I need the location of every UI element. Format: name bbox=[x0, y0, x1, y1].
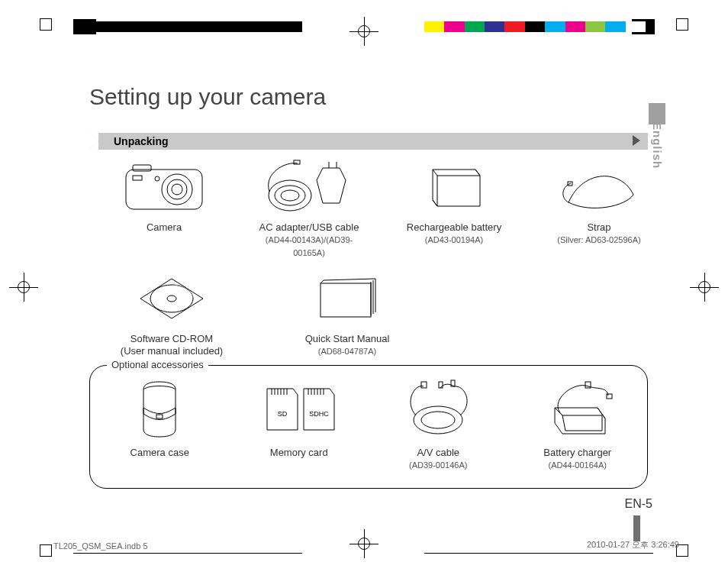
item-manual: Quick Start Manual (AD68-04787A) bbox=[282, 269, 412, 370]
battery-charger-icon bbox=[532, 376, 623, 442]
item-strap: Strap (Silver: AD63-02596A) bbox=[542, 157, 656, 259]
print-bar bbox=[646, 21, 655, 32]
item-label: Camera case bbox=[130, 447, 189, 459]
sdhc-label: SDHC bbox=[309, 410, 329, 418]
section-heading: Unpacking bbox=[114, 135, 169, 147]
ac-adapter-icon bbox=[263, 157, 355, 217]
triangle-right-icon bbox=[633, 135, 640, 146]
color-swatch bbox=[626, 21, 646, 32]
optional-heading: Optional accessories bbox=[107, 359, 208, 370]
color-swatch bbox=[444, 21, 464, 32]
print-bar bbox=[73, 21, 302, 32]
registration-mark bbox=[40, 544, 52, 557]
color-swatch bbox=[565, 21, 585, 32]
svg-point-3 bbox=[167, 179, 187, 199]
color-swatch bbox=[585, 21, 605, 32]
color-swatch bbox=[465, 21, 485, 32]
crosshair-icon bbox=[9, 273, 38, 302]
svg-line-27 bbox=[324, 279, 375, 280]
memory-card-icon: SD SDHC bbox=[253, 376, 345, 442]
svg-line-13 bbox=[475, 170, 480, 176]
optional-accessories-box: Optional accessories Camera case bbox=[89, 365, 648, 489]
manual-icon bbox=[313, 269, 382, 328]
banner-body: Unpacking bbox=[98, 133, 648, 150]
item-label: A/V cable (AD39-00146A) bbox=[409, 447, 467, 472]
item-label: Strap (Silver: AD63-02596A) bbox=[557, 221, 640, 247]
item-label: Quick Start Manual (AD68-04787A) bbox=[305, 333, 390, 358]
crosshair-icon bbox=[350, 529, 378, 558]
svg-point-42 bbox=[421, 412, 455, 428]
footer-file-info: TL205_QSM_SEA.indb 5 bbox=[53, 541, 148, 551]
svg-point-4 bbox=[172, 184, 182, 195]
svg-point-9 bbox=[281, 190, 299, 201]
svg-point-6 bbox=[155, 176, 159, 181]
color-swatch bbox=[504, 21, 524, 32]
unpacking-row-2: Software CD-ROM (User manual included) (… bbox=[107, 269, 412, 370]
camera-icon bbox=[122, 157, 206, 217]
color-swatch bbox=[605, 21, 625, 32]
av-cable-icon bbox=[396, 376, 480, 442]
svg-line-46 bbox=[598, 408, 605, 418]
svg-line-15 bbox=[433, 170, 437, 176]
svg-point-2 bbox=[162, 174, 192, 205]
item-label: AC adapter/USB cable (AD44-00143A)/(AD39… bbox=[252, 221, 366, 259]
section-banner: Unpacking bbox=[89, 133, 648, 150]
item-label: Camera bbox=[147, 221, 182, 234]
sd-label: SD bbox=[277, 410, 287, 418]
item-memory-card: SD SDHC Memory card bbox=[230, 376, 369, 472]
item-camera-case: Camera case bbox=[90, 376, 230, 472]
svg-line-26 bbox=[321, 280, 324, 283]
crosshair-icon bbox=[690, 273, 719, 302]
page-title: Setting up your camera bbox=[89, 84, 326, 110]
item-battery: Rechargeable battery (AD43-00194A) bbox=[397, 157, 511, 259]
item-cdrom: Software CD-ROM (User manual included) (… bbox=[107, 269, 237, 370]
crosshair-icon bbox=[350, 17, 378, 46]
color-calibration-bar bbox=[424, 21, 646, 32]
footer-timestamp: 2010-01-27 오후 3:26:49 bbox=[587, 539, 679, 551]
color-swatch bbox=[525, 21, 545, 32]
svg-rect-1 bbox=[133, 165, 151, 171]
svg-line-14 bbox=[433, 200, 437, 206]
svg-rect-28 bbox=[156, 415, 163, 418]
svg-rect-48 bbox=[607, 394, 612, 399]
page-number: EN-5 bbox=[625, 497, 652, 511]
item-label: Memory card bbox=[270, 447, 328, 459]
item-ac-adapter: AC adapter/USB cable (AD44-00143A)/(AD39… bbox=[252, 157, 366, 259]
registration-mark bbox=[676, 18, 688, 31]
registration-mark bbox=[40, 18, 52, 31]
svg-rect-22 bbox=[321, 283, 371, 317]
cdrom-icon bbox=[137, 269, 206, 328]
item-label: Battery charger (AD44-00164A) bbox=[543, 447, 611, 472]
svg-rect-43 bbox=[421, 382, 427, 388]
unpacking-row-1: Camera AC adapter/USB cable (AD44-00143A… bbox=[107, 157, 656, 259]
color-swatch bbox=[424, 21, 444, 32]
color-swatch bbox=[545, 21, 565, 32]
camera-case-icon bbox=[133, 376, 186, 442]
battery-icon bbox=[424, 157, 485, 217]
svg-point-8 bbox=[275, 186, 305, 205]
item-label: Rechargeable battery (AD43-00194A) bbox=[407, 221, 501, 247]
svg-rect-5 bbox=[133, 176, 142, 180]
color-swatch bbox=[485, 21, 504, 32]
print-bar bbox=[424, 553, 653, 554]
optional-row: Camera case SD SDHC bbox=[90, 376, 647, 472]
print-bar bbox=[73, 553, 302, 554]
page-edge-marker bbox=[633, 515, 640, 541]
strap-icon bbox=[557, 157, 641, 217]
item-av-cable: A/V cable (AD39-00146A) bbox=[369, 376, 508, 472]
item-camera: Camera bbox=[107, 157, 221, 259]
item-battery-charger: Battery charger (AD44-00164A) bbox=[508, 376, 648, 472]
